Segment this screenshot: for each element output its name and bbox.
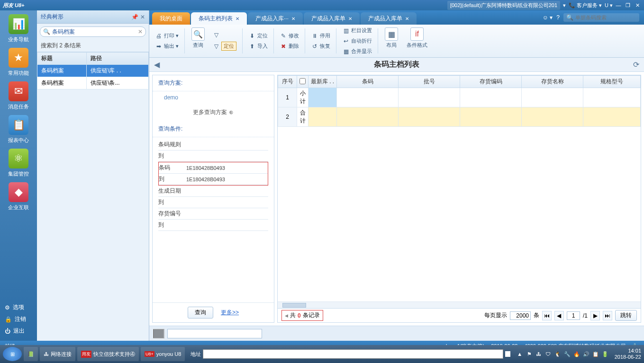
tab-close-icon[interactable]: ✕ [348, 16, 352, 21]
u-menu[interactable]: U ▾ [605, 2, 613, 9]
horizontal-scrollbar[interactable] [278, 301, 641, 308]
page-input[interactable] [567, 311, 580, 320]
condfmt-button[interactable]: if条件格式 [404, 27, 430, 55]
col-barcode[interactable]: 条码 [337, 76, 399, 88]
field-to-3[interactable]: 到 [158, 220, 268, 231]
page-jump-button[interactable]: 跳转 [615, 310, 637, 321]
restore-button[interactable]: ↺恢复 [309, 42, 332, 51]
stop-button[interactable]: ⏸停用 [309, 31, 332, 41]
filter-button[interactable]: ▽ [210, 30, 238, 40]
address-go[interactable]: → [505, 351, 510, 357]
tray-vol-icon[interactable]: 🔊 [582, 350, 590, 358]
select-all-checkbox[interactable] [299, 78, 306, 84]
col-title[interactable]: 标题 [37, 53, 87, 65]
field-barcode-from[interactable]: 条码1E180428B0493 [159, 162, 268, 174]
output-button[interactable]: ➡输出 ▾ [153, 42, 181, 51]
field-to-1[interactable]: 到 [158, 151, 268, 162]
field-to-2[interactable]: 到 [158, 197, 268, 208]
tray-net-icon[interactable]: 🖧 [535, 350, 543, 358]
taskbar-network[interactable]: 🖧 网络连接 [40, 347, 75, 361]
query-submit-button[interactable]: 查询 [188, 307, 213, 319]
tab-close-icon[interactable]: ✕ [405, 16, 409, 21]
taskbar-yonyou[interactable]: U8+ yonyou U8 [141, 347, 185, 361]
query-plan-demo[interactable]: demo [153, 91, 274, 104]
tab-product-in-2[interactable]: 产成品入库单✕ [304, 12, 360, 25]
mergeshow-button[interactable]: ▦合并显示 [340, 47, 374, 56]
taskbar-support[interactable]: 用友 快立信技术支持④ [77, 347, 139, 361]
taskbar-clock[interactable]: 14:01 2018-06-22 [615, 348, 641, 360]
more-query-plans[interactable]: 更多查询方案 ⊕ [153, 104, 274, 121]
tree-close-icon[interactable]: ✕ [140, 14, 145, 20]
tree-row[interactable]: 条码档案供应链\条... [37, 77, 149, 89]
clear-search-icon[interactable]: ✕ [138, 28, 143, 35]
modify-button[interactable]: ✎修改 [278, 31, 301, 41]
perpage-input[interactable] [510, 311, 531, 320]
field-barcode-rule[interactable]: 条码规则 [158, 139, 268, 151]
grid-row-total[interactable]: 2合计 [278, 107, 641, 127]
page-next[interactable]: ▶ [590, 311, 600, 320]
tab-product-in-3[interactable]: 产成品入库单✕ [361, 12, 417, 25]
tray-qq-icon[interactable]: 🐧 [554, 350, 562, 358]
nav-business[interactable]: 📊业务导航 [4, 14, 33, 43]
page-prev[interactable]: ◀ [554, 311, 564, 320]
nav-report[interactable]: 📋报表中心 [4, 115, 33, 144]
window-restore[interactable]: ❐ [624, 2, 632, 9]
tray-sec-icon[interactable]: 🛡 [544, 350, 552, 358]
window-minimize[interactable]: — [615, 2, 622, 8]
locate-top-button[interactable]: ⬇定位 [246, 31, 270, 41]
tab-product-in-1[interactable]: 产成品入库···✕ [248, 12, 303, 25]
tray-up-icon[interactable]: ▲ [516, 350, 524, 358]
refresh-icon[interactable]: ⟳ [633, 60, 639, 69]
import-button[interactable]: ⬆导入 [246, 42, 270, 51]
grid-row-subtotal[interactable]: 1小计 [278, 88, 641, 107]
col-path[interactable]: 路径 [87, 53, 149, 65]
nav-exit[interactable]: ⏻退出 [0, 325, 37, 337]
tree-search-input[interactable] [50, 28, 138, 35]
nav-common[interactable]: ★常用功能 [4, 48, 33, 77]
tray-batt-icon[interactable]: 🔋 [601, 350, 609, 358]
back-icon[interactable]: ◀ [154, 60, 160, 69]
tray-flag-icon[interactable]: ⚑ [526, 350, 533, 358]
barcode-search[interactable]: 🔍 [563, 13, 639, 22]
taskbar-excel[interactable]: 📗 [24, 347, 38, 361]
tray-clip-icon[interactable]: 📋 [592, 350, 599, 358]
company-dropdown[interactable]: [002](default)广东阿博特数码纸业有限公司201 [447, 1, 560, 10]
barcode-scan-input[interactable] [167, 329, 262, 338]
col-latest[interactable]: 最新库 . . [308, 76, 337, 88]
delete-button[interactable]: ✖删除 [278, 42, 301, 51]
col-stockname[interactable]: 存货名称 [522, 76, 583, 88]
col-batch[interactable]: 批号 [399, 76, 460, 88]
page-first[interactable]: ⏮ [542, 311, 552, 320]
query-more-link[interactable]: 更多>> [221, 309, 239, 317]
tab-desktop[interactable]: 我的桌面 [152, 12, 190, 25]
tray-fire-icon[interactable]: 🔥 [573, 350, 581, 358]
page-last[interactable]: ⏭ [603, 311, 612, 320]
field-gen-date[interactable]: 生成日期 [158, 186, 268, 197]
help-icon[interactable]: ? [556, 14, 560, 21]
start-button[interactable]: ⊞ [3, 347, 22, 361]
nav-group[interactable]: ⚛集团管控 [4, 149, 33, 177]
nav-options[interactable]: ⚙选项 [0, 301, 37, 313]
col-check[interactable] [297, 76, 308, 88]
tab-close-icon[interactable]: ✕ [291, 16, 295, 21]
layout-button[interactable]: ▦布局 [382, 27, 401, 55]
barcode-search-input[interactable] [575, 15, 636, 20]
customer-service-button[interactable]: 📞 客户服务 ▾ [569, 2, 602, 9]
col-stockcode[interactable]: 存货编码 [460, 76, 522, 88]
query-button[interactable]: 🔍查询 [189, 27, 208, 55]
field-stock-code[interactable]: 存货编号 [158, 208, 268, 220]
nav-enterprise[interactable]: ◆企业互联 [4, 182, 33, 211]
col-seq[interactable]: 序号 [278, 76, 297, 88]
window-close[interactable]: ✕ [634, 2, 641, 9]
field-barcode-to[interactable]: 到1E180428B0493 [159, 174, 268, 185]
tab-barcode-list[interactable]: 条码主档列表✕ [191, 12, 247, 25]
print-button[interactable]: 🖨打印 ▾ [153, 31, 181, 41]
autowrap-button[interactable]: ↩自动折行 [340, 36, 374, 46]
tab-close-icon[interactable]: ✕ [236, 16, 239, 21]
user-icon[interactable]: ☺ ▾ [543, 14, 553, 21]
col-spec[interactable]: 规格型号 [583, 76, 641, 88]
pin-icon[interactable]: 📌 [131, 14, 138, 20]
tray-tool-icon[interactable]: 🔧 [563, 350, 571, 358]
nav-logout[interactable]: 🔒注销 [0, 313, 37, 325]
company-dropdown-arrow[interactable]: ▾ [563, 2, 566, 9]
